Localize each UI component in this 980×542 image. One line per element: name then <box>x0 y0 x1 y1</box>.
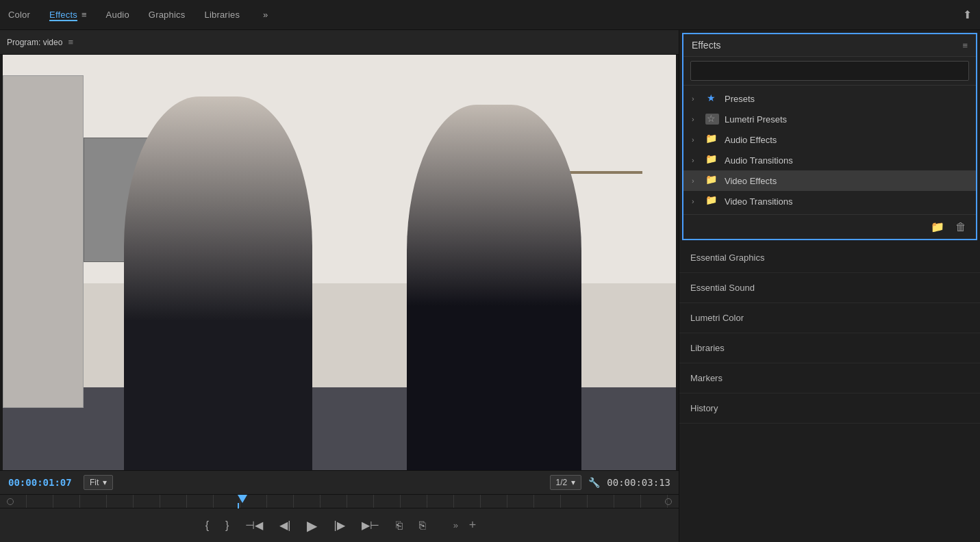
mark-in-button[interactable]: { <box>203 517 212 534</box>
transport-add-button[interactable]: + <box>469 518 477 532</box>
program-monitor-panel: Program: video ≡ 00:00:01:07 Fit ▾ <box>0 30 679 542</box>
chevron-video-effects-icon: › <box>692 177 700 185</box>
side-panels-list: Essential Graphics Essential Sound Lumet… <box>679 243 980 542</box>
side-panel-libraries[interactable]: Libraries <box>679 333 980 363</box>
controls-bar: 00:00:01:07 Fit ▾ 1/2 ▾ 🔧 00:00:03:13 <box>0 470 679 494</box>
folder-audio-effects-icon <box>705 134 719 145</box>
quality-label: 1/2 <box>556 478 568 487</box>
step-forward-button[interactable]: ▶⊢ <box>359 516 382 534</box>
side-panel-markers[interactable]: Markers <box>679 363 980 393</box>
timeline-start-marker[interactable] <box>7 498 14 505</box>
nav-tabs: Color Effects ≡ Audio Graphics Libraries… <box>8 8 963 21</box>
side-panel-lumetri-color[interactable]: Lumetri Color <box>679 303 980 333</box>
video-preview-area <box>3 55 676 470</box>
effects-item-video-transitions[interactable]: › Video Transitions <box>683 191 976 211</box>
fit-label: Fit <box>90 478 99 487</box>
right-panel: Effects ≡ 🔍 › Presets › Lumetri <box>679 30 980 542</box>
effects-item-presets[interactable]: › Presets <box>683 88 976 109</box>
effects-panel-menu-icon[interactable]: ≡ <box>962 40 968 51</box>
effects-panel-title: Effects <box>692 40 721 51</box>
folder-video-effects-icon <box>705 175 719 186</box>
chevron-video-transitions-icon: › <box>692 197 700 205</box>
video-frame <box>3 55 676 470</box>
chevron-audio-transitions-icon: › <box>692 156 700 164</box>
effects-item-audio-transitions-label: Audio Transitions <box>725 155 793 166</box>
effects-footer: 📁 🗑 <box>683 214 976 239</box>
effects-panel: Effects ≡ 🔍 › Presets › Lumetri <box>682 33 977 240</box>
top-nav: Color Effects ≡ Audio Graphics Libraries… <box>0 0 980 30</box>
wrench-icon[interactable]: 🔧 <box>588 477 600 488</box>
timeline-tick-marks <box>0 495 679 508</box>
nav-overflow-chevron[interactable]: » <box>263 10 268 20</box>
program-monitor-title: Program: video <box>7 38 62 47</box>
effects-item-video-effects-label: Video Effects <box>725 176 777 186</box>
effects-list: › Presets › Lumetri Presets › Audio Effe… <box>683 86 976 214</box>
scene-fridge <box>3 75 84 408</box>
program-monitor-menu-icon[interactable]: ≡ <box>68 37 73 47</box>
overwrite-button[interactable]: ⎘ <box>416 517 429 534</box>
current-time-display: 00:00:01:07 <box>8 477 77 488</box>
tab-graphics[interactable]: Graphics <box>149 8 186 21</box>
star-presets-icon <box>705 93 719 104</box>
effects-item-lumetri-label: Lumetri Presets <box>725 114 787 125</box>
playhead-marker[interactable] <box>238 495 247 503</box>
prev-frame-button[interactable]: ◀| <box>277 516 293 534</box>
effects-delete-button[interactable]: 🗑 <box>953 219 969 235</box>
star-lumetri-icon <box>705 114 719 125</box>
side-panel-essential-graphics[interactable]: Essential Graphics <box>679 243 980 273</box>
side-panel-history[interactable]: History <box>679 393 980 424</box>
insert-button[interactable]: ⎗ <box>393 517 405 534</box>
tab-audio[interactable]: Audio <box>106 8 129 21</box>
folder-video-transitions-icon <box>705 196 719 207</box>
mark-out-button[interactable]: } <box>223 517 231 534</box>
scene-person-right <box>407 105 582 470</box>
fit-chevron-icon: ▾ <box>103 478 107 487</box>
effects-item-presets-label: Presets <box>725 94 755 104</box>
program-monitor-header: Program: video ≡ <box>0 30 679 55</box>
timeline-ruler <box>0 495 679 508</box>
timeline-end-marker[interactable] <box>665 498 672 505</box>
folder-audio-transitions-icon <box>705 155 719 166</box>
total-time-display: 00:00:03:13 <box>607 477 670 488</box>
next-frame-button[interactable]: |▶ <box>331 516 347 534</box>
main-content: Program: video ≡ 00:00:01:07 Fit ▾ <box>0 30 980 542</box>
step-back-button[interactable]: ⊣◀ <box>242 516 266 534</box>
effects-item-audio-effects-label: Audio Effects <box>725 135 777 145</box>
effects-new-folder-button[interactable]: 📁 <box>928 219 947 235</box>
tab-effects[interactable]: Effects <box>49 8 77 21</box>
quality-dropdown[interactable]: 1/2 ▾ <box>550 475 582 490</box>
side-panel-essential-sound[interactable]: Essential Sound <box>679 273 980 303</box>
effects-item-video-effects[interactable]: › Video Effects <box>683 170 976 191</box>
fit-dropdown[interactable]: Fit ▾ <box>84 475 113 490</box>
effects-item-video-transitions-label: Video Transitions <box>725 196 793 207</box>
effects-item-audio-transitions[interactable]: › Audio Transitions <box>683 150 976 170</box>
effects-item-audio-effects[interactable]: › Audio Effects <box>683 129 976 150</box>
timeline-bar[interactable] <box>0 494 679 508</box>
tab-color[interactable]: Color <box>8 8 30 21</box>
export-button[interactable]: ⬆ <box>963 8 972 21</box>
quality-chevron-icon: ▾ <box>571 478 575 487</box>
effects-panel-header: Effects ≡ <box>683 34 976 57</box>
chevron-presets-icon: › <box>692 94 700 103</box>
tab-libraries[interactable]: Libraries <box>204 8 240 21</box>
chevron-lumetri-icon: › <box>692 115 700 123</box>
effects-search-wrapper: 🔍 <box>690 61 969 81</box>
scene-person-left <box>124 96 312 470</box>
effects-search-container: 🔍 <box>683 57 976 86</box>
effects-item-lumetri-presets[interactable]: › Lumetri Presets <box>683 109 976 129</box>
playhead-line <box>238 503 239 508</box>
effects-tab-menu-icon[interactable]: ≡ <box>81 10 87 20</box>
play-button[interactable]: ▶ <box>304 515 320 537</box>
transport-bar: { } ⊣◀ ◀| ▶ |▶ ▶⊢ ⎗ ⎘ » + <box>0 508 679 542</box>
effects-search-input[interactable] <box>690 61 969 81</box>
transport-more-icon[interactable]: » <box>453 520 458 530</box>
chevron-audio-effects-icon: › <box>692 136 700 144</box>
